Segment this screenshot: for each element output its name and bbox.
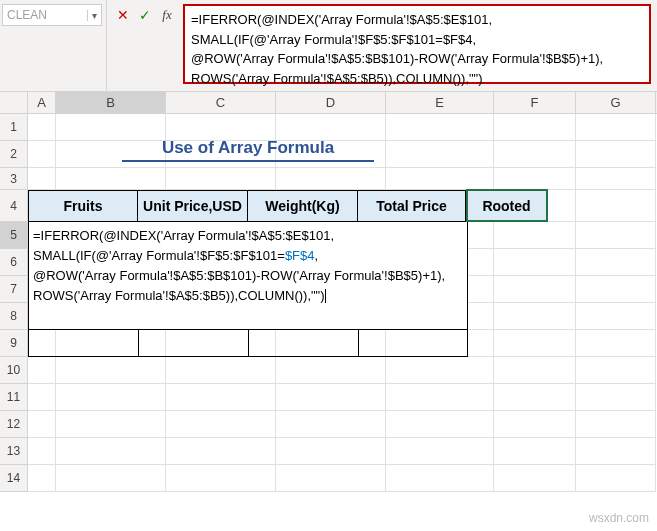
th-rooted[interactable]: Rooted bbox=[466, 190, 548, 222]
th-weight[interactable]: Weight(Kg) bbox=[248, 190, 358, 222]
table-cell[interactable] bbox=[249, 330, 359, 356]
cell-G14[interactable] bbox=[576, 465, 656, 492]
cell-G2[interactable] bbox=[576, 141, 656, 168]
col-header-A[interactable]: A bbox=[28, 92, 56, 113]
cell-G1[interactable] bbox=[576, 114, 656, 141]
cell-C11[interactable] bbox=[166, 384, 276, 411]
row-header-13[interactable]: 13 bbox=[0, 438, 28, 465]
col-header-E[interactable]: E bbox=[386, 92, 494, 113]
cell-F8[interactable] bbox=[494, 303, 576, 330]
row-header-6[interactable]: 6 bbox=[0, 249, 28, 276]
name-box-dropdown-icon[interactable]: ▾ bbox=[87, 10, 97, 21]
cell-C10[interactable] bbox=[166, 357, 276, 384]
cell-E11[interactable] bbox=[386, 384, 494, 411]
cell-F9[interactable] bbox=[494, 330, 576, 357]
cell-F1[interactable] bbox=[494, 114, 576, 141]
cell-A10[interactable] bbox=[28, 357, 56, 384]
row-header-14[interactable]: 14 bbox=[0, 465, 28, 492]
cell-E10[interactable] bbox=[386, 357, 494, 384]
cell-G12[interactable] bbox=[576, 411, 656, 438]
cell-F14[interactable] bbox=[494, 465, 576, 492]
cell-G4[interactable] bbox=[576, 190, 656, 222]
cell-A3[interactable] bbox=[28, 168, 56, 190]
cell-F3[interactable] bbox=[494, 168, 576, 190]
row-12: 12 bbox=[0, 411, 657, 438]
cell-G6[interactable] bbox=[576, 249, 656, 276]
cell-B11[interactable] bbox=[56, 384, 166, 411]
title-merged-cell[interactable]: Use of Array Formula bbox=[28, 114, 468, 168]
row-header-2[interactable]: 2 bbox=[0, 141, 28, 168]
cell-F12[interactable] bbox=[494, 411, 576, 438]
enter-icon[interactable]: ✓ bbox=[137, 7, 153, 23]
cell-F5[interactable] bbox=[494, 222, 576, 249]
row-header-4[interactable]: 4 bbox=[0, 190, 28, 222]
cell-F7[interactable] bbox=[494, 276, 576, 303]
cell-D3[interactable] bbox=[276, 168, 386, 190]
row-header-9[interactable]: 9 bbox=[0, 330, 28, 357]
cell-F13[interactable] bbox=[494, 438, 576, 465]
cell-D12[interactable] bbox=[276, 411, 386, 438]
cell-A14[interactable] bbox=[28, 465, 56, 492]
cell-C13[interactable] bbox=[166, 438, 276, 465]
cell-B12[interactable] bbox=[56, 411, 166, 438]
table-cell[interactable] bbox=[29, 330, 139, 356]
cell-C14[interactable] bbox=[166, 465, 276, 492]
cell-G7[interactable] bbox=[576, 276, 656, 303]
table-cell[interactable] bbox=[139, 330, 249, 356]
table-cell[interactable] bbox=[359, 330, 467, 356]
cell-G11[interactable] bbox=[576, 384, 656, 411]
cell-E12[interactable] bbox=[386, 411, 494, 438]
cell-C3[interactable] bbox=[166, 168, 276, 190]
column-headers: A B C D E F G bbox=[0, 92, 657, 114]
cell-B13[interactable] bbox=[56, 438, 166, 465]
row-3: 3 bbox=[0, 168, 657, 190]
cell-B3[interactable] bbox=[56, 168, 166, 190]
cell-D14[interactable] bbox=[276, 465, 386, 492]
cell-B10[interactable] bbox=[56, 357, 166, 384]
col-header-B[interactable]: B bbox=[56, 92, 166, 113]
cell-G10[interactable] bbox=[576, 357, 656, 384]
cell-A13[interactable] bbox=[28, 438, 56, 465]
col-header-D[interactable]: D bbox=[276, 92, 386, 113]
cell-F6[interactable] bbox=[494, 249, 576, 276]
cell-C12[interactable] bbox=[166, 411, 276, 438]
row-header-5[interactable]: 5 bbox=[0, 222, 28, 249]
cell-E3[interactable] bbox=[386, 168, 494, 190]
cell-E14[interactable] bbox=[386, 465, 494, 492]
row-header-3[interactable]: 3 bbox=[0, 168, 28, 190]
cell-F10[interactable] bbox=[494, 357, 576, 384]
col-header-C[interactable]: C bbox=[166, 92, 276, 113]
th-total-price[interactable]: Total Price bbox=[358, 190, 466, 222]
row-header-11[interactable]: 11 bbox=[0, 384, 28, 411]
row-header-1[interactable]: 1 bbox=[0, 114, 28, 141]
cancel-icon[interactable]: ✕ bbox=[115, 7, 131, 23]
formula-bar-input[interactable]: =IFERROR(@INDEX('Array Formula'!$A$5:$E$… bbox=[183, 4, 651, 84]
fx-icon[interactable]: fx bbox=[159, 7, 175, 23]
cell-edit-overlay[interactable]: =IFERROR(@INDEX('Array Formula'!$A$5:$E$… bbox=[28, 222, 468, 330]
cell-G13[interactable] bbox=[576, 438, 656, 465]
th-fruits[interactable]: Fruits bbox=[28, 190, 138, 222]
row-header-7[interactable]: 7 bbox=[0, 276, 28, 303]
col-header-G[interactable]: G bbox=[576, 92, 656, 113]
cell-G8[interactable] bbox=[576, 303, 656, 330]
cell-B14[interactable] bbox=[56, 465, 166, 492]
cell-G5[interactable] bbox=[576, 222, 656, 249]
col-header-F[interactable]: F bbox=[494, 92, 576, 113]
cell-G9[interactable] bbox=[576, 330, 656, 357]
row-header-12[interactable]: 12 bbox=[0, 411, 28, 438]
cell-D13[interactable] bbox=[276, 438, 386, 465]
row-header-10[interactable]: 10 bbox=[0, 357, 28, 384]
name-box[interactable]: CLEAN ▾ bbox=[2, 4, 102, 26]
cell-F11[interactable] bbox=[494, 384, 576, 411]
cell-F2[interactable] bbox=[494, 141, 576, 168]
cell-E13[interactable] bbox=[386, 438, 494, 465]
select-all-corner[interactable] bbox=[0, 92, 28, 113]
cell-A11[interactable] bbox=[28, 384, 56, 411]
cell-D11[interactable] bbox=[276, 384, 386, 411]
th-unit-price[interactable]: Unit Price,USD bbox=[138, 190, 248, 222]
formula-line-3: @ROW('Array Formula'!$A$5:$B$101)-ROW('A… bbox=[191, 49, 643, 69]
cell-A12[interactable] bbox=[28, 411, 56, 438]
cell-G3[interactable] bbox=[576, 168, 656, 190]
cell-D10[interactable] bbox=[276, 357, 386, 384]
row-header-8[interactable]: 8 bbox=[0, 303, 28, 330]
